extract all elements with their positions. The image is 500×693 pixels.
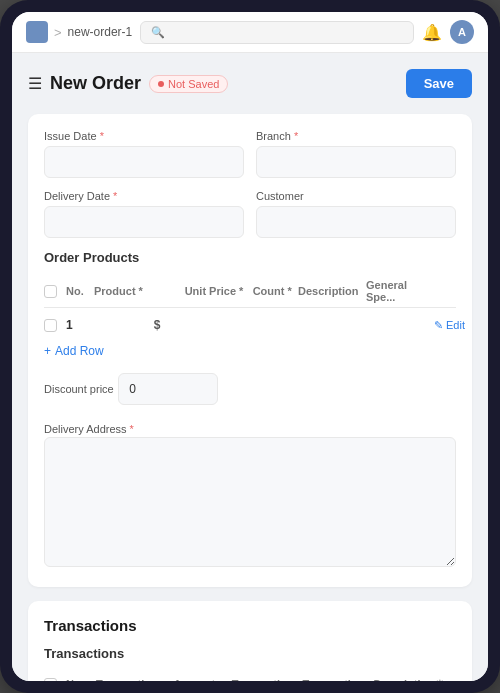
header-product: Product *	[94, 285, 185, 297]
products-table: No. Product * Unit Price * Count * Descr…	[44, 275, 456, 359]
customer-group: Customer	[256, 190, 456, 238]
transactions-subsection-title: Transactions	[44, 646, 456, 661]
table-row: 1 $	[44, 314, 456, 336]
header-unit-price: Unit Price *	[185, 285, 253, 297]
row-action: ✎ Edit	[434, 319, 456, 332]
breadcrumb-page: new-order-1	[68, 25, 133, 39]
main-form-card: Issue Date * Branch *	[28, 114, 472, 587]
main-content: ☰ New Order Not Saved Save Issue Date *	[12, 53, 488, 681]
delivery-address-textarea[interactable]	[44, 437, 456, 567]
row-description-input[interactable]	[344, 318, 389, 332]
header-description: Description	[298, 285, 366, 297]
row-unit-price[interactable]: $	[154, 318, 315, 332]
add-row-button[interactable]: + Add Row	[44, 344, 104, 358]
discount-section: Discount price	[44, 373, 456, 405]
edit-button[interactable]: ✎ Edit	[434, 319, 465, 332]
delivery-address-label: Delivery Address *	[44, 423, 134, 435]
search-bar[interactable]: 🔍	[140, 21, 414, 44]
not-saved-badge: Not Saved	[149, 75, 228, 93]
delivery-date-label: Delivery Date *	[44, 190, 244, 202]
issue-branch-row: Issue Date * Branch *	[44, 130, 456, 178]
order-products-title: Order Products	[44, 250, 456, 265]
branch-input[interactable]	[256, 146, 456, 178]
products-table-header: No. Product * Unit Price * Count * Descr…	[44, 275, 456, 308]
trans-header-type1: Transaction...	[232, 678, 303, 681]
top-bar: > new-order-1 🔍 🔔 A	[12, 12, 488, 53]
delivery-date-input[interactable]	[44, 206, 244, 238]
discount-label: Discount price	[44, 383, 114, 395]
trans-select-all[interactable]	[44, 678, 57, 682]
app-icon	[26, 21, 48, 43]
discount-input[interactable]	[118, 373, 218, 405]
transactions-section: Transactions Transactions No. Transactio…	[28, 601, 472, 681]
avatar: A	[450, 20, 474, 44]
transactions-title: Transactions	[44, 617, 456, 634]
breadcrumb-separator: >	[54, 25, 62, 40]
header-general-spec: General Spe...	[366, 279, 434, 303]
add-row-label: Add Row	[55, 344, 104, 358]
bell-icon[interactable]: 🔔	[422, 23, 442, 42]
transactions-table-header: No. Transaction Amount Transaction... Tr…	[44, 671, 456, 681]
header-check	[44, 285, 66, 298]
row-product[interactable]	[94, 318, 154, 332]
trans-header-no: No.	[66, 678, 96, 681]
trans-header-transaction: Transaction	[96, 678, 174, 681]
not-saved-label: Not Saved	[168, 78, 219, 90]
customer-label: Customer	[256, 190, 456, 202]
issue-date-group: Issue Date *	[44, 130, 244, 178]
top-bar-right: 🔔 A	[422, 20, 474, 44]
row-count[interactable]	[314, 318, 344, 332]
issue-date-input[interactable]	[44, 146, 244, 178]
trans-header-action: ⚙	[434, 675, 456, 681]
pencil-icon: ✎	[434, 319, 443, 332]
branch-group: Branch *	[256, 130, 456, 178]
row-number: 1	[66, 318, 94, 332]
not-saved-dot	[158, 81, 164, 87]
tablet-frame: > new-order-1 🔍 🔔 A ☰ New Order Not	[0, 0, 500, 693]
menu-icon[interactable]: ☰	[28, 74, 42, 93]
plus-icon: +	[44, 344, 51, 358]
row-count-input[interactable]	[314, 318, 344, 332]
trans-settings-icon[interactable]: ⚙	[434, 677, 446, 681]
trans-header-desc: Description	[373, 678, 434, 681]
row-unit-price-input[interactable]	[164, 318, 314, 332]
delivery-date-group: Delivery Date *	[44, 190, 244, 238]
select-all-checkbox[interactable]	[44, 285, 57, 298]
branch-label: Branch *	[256, 130, 456, 142]
customer-input[interactable]	[256, 206, 456, 238]
delivery-customer-row: Delivery Date * Customer	[44, 190, 456, 238]
dollar-symbol: $	[154, 318, 161, 332]
page-header-left: ☰ New Order Not Saved	[28, 73, 228, 94]
row-general-spec[interactable]	[389, 318, 434, 332]
search-icon: 🔍	[151, 26, 165, 39]
page-title: New Order	[50, 73, 141, 94]
row-check	[44, 319, 66, 332]
edit-label: Edit	[446, 319, 465, 331]
page-header: ☰ New Order Not Saved Save	[28, 69, 472, 98]
required-star: *	[127, 423, 134, 435]
save-button[interactable]: Save	[406, 69, 472, 98]
row-checkbox[interactable]	[44, 319, 57, 332]
row-product-input[interactable]	[94, 318, 154, 332]
header-count: Count *	[253, 285, 298, 297]
header-no: No.	[66, 285, 94, 297]
row-description[interactable]	[344, 318, 389, 332]
top-bar-left: > new-order-1	[26, 21, 132, 43]
trans-header-check	[44, 678, 66, 682]
delivery-address-section: Delivery Address *	[44, 419, 456, 571]
tablet-screen: > new-order-1 🔍 🔔 A ☰ New Order Not	[12, 12, 488, 681]
trans-header-type2: Transaction...	[303, 678, 374, 681]
issue-date-label: Issue Date *	[44, 130, 244, 142]
trans-header-amount: Amount	[174, 678, 232, 681]
row-spec-input[interactable]	[389, 318, 434, 332]
